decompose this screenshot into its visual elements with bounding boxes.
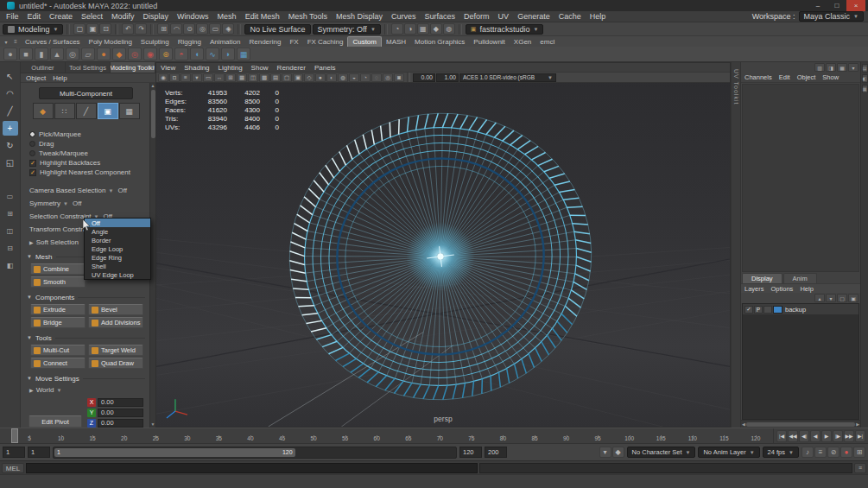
layer-action-icon[interactable]: ▢ (837, 294, 847, 302)
axis-orientation-row[interactable]: ▶ World ▼ (23, 384, 149, 396)
layout-preset-icon[interactable]: ▭ (3, 189, 18, 204)
menu-item[interactable]: Generate (513, 11, 554, 22)
playback-option-icon[interactable]: ⊞ (853, 447, 865, 458)
exposure-field[interactable]: 0.00 (413, 73, 435, 82)
menu-option[interactable]: UV Edge Loop (85, 270, 150, 279)
menu-option[interactable]: Edge Loop (85, 244, 150, 253)
keying-icon[interactable]: ◆ (612, 447, 624, 458)
shelf-tab[interactable]: emcl (535, 36, 559, 47)
layout-preset-icon[interactable]: ◫ (3, 224, 18, 238)
menu-item[interactable]: Help (796, 284, 816, 293)
status-icon[interactable]: ⊙ (183, 23, 195, 35)
shelf-tab[interactable]: MASH (382, 36, 410, 47)
character-set-selector[interactable]: No Character Set ▼ (627, 447, 696, 458)
transport-button[interactable]: ◀◀ (788, 430, 798, 442)
shelf-tool-icon[interactable]: ◎ (66, 48, 79, 60)
status-icon[interactable]: ▦ (417, 23, 429, 35)
panel-tab[interactable]: Modeling Toolkit (111, 62, 155, 73)
viewport-icon[interactable]: ◍ (338, 73, 348, 82)
shelf-tab[interactable]: Curves / Surfaces (21, 36, 85, 47)
component-mode-icon[interactable]: ◆ (33, 103, 54, 119)
playback-option-icon[interactable]: ⊘ (827, 447, 839, 458)
layer-display-type-toggle[interactable] (763, 306, 772, 314)
panel-toggle-icon[interactable]: ▥ (814, 63, 825, 72)
playback-start-field[interactable]: 1 (28, 447, 50, 458)
panel-toggle-icon[interactable]: ◨ (826, 63, 836, 72)
mel-toggle-button[interactable]: MEL (2, 463, 24, 473)
transport-button[interactable]: |◀ (776, 430, 787, 442)
transport-button[interactable]: ◀ (810, 430, 820, 442)
viewport-icon[interactable]: ▾ (192, 73, 202, 82)
status-icon[interactable]: ↶ (122, 23, 134, 35)
shelf-tab[interactable]: Rigging (174, 36, 206, 47)
transport-button[interactable]: ◀| (799, 430, 809, 442)
status-icon[interactable]: ◆ (430, 23, 442, 35)
panel-toggle-icon[interactable]: ▦ (837, 63, 847, 72)
viewport-icon[interactable]: ◌ (371, 73, 382, 82)
radio-option[interactable]: Pick/Marquee (23, 130, 149, 139)
playback-option-icon[interactable]: ● (840, 447, 852, 458)
sidebar-tab-icon[interactable]: ◧ (862, 74, 868, 83)
viewport-icon[interactable]: ▢ (282, 73, 292, 82)
shelf-tool-icon[interactable]: ▱ (81, 48, 95, 60)
keying-icon[interactable]: ▾ (599, 447, 611, 458)
layer-row[interactable]: ✓ P backup (743, 304, 858, 314)
toolkit-button[interactable]: Multi-Cut (30, 345, 86, 356)
uv-toolkit-strip[interactable]: UV Toolkit (731, 62, 741, 428)
status-icon[interactable]: ⊞ (157, 23, 169, 35)
layer-editor-tab[interactable]: Display (742, 273, 782, 283)
menu-item[interactable]: Layers (741, 284, 768, 293)
range-slider-track[interactable]: 1 120 (53, 447, 457, 459)
tool-icon[interactable]: + (3, 121, 18, 136)
menu-item[interactable]: Help (586, 11, 611, 22)
shelf-tab[interactable]: FX (285, 36, 302, 47)
move-settings-section-header[interactable]: ▼ Move Settings (23, 372, 149, 384)
menu-item[interactable]: Renderer (273, 63, 310, 72)
toolkit-button[interactable]: Add Divisions (88, 317, 143, 328)
shelf-tool-icon[interactable]: ∿ (206, 48, 219, 60)
shelf-tool-icon[interactable]: ◉ (143, 48, 157, 60)
shelf-tab[interactable]: Rendering (244, 36, 285, 47)
axis-value-field[interactable]: 0.00 (98, 409, 143, 417)
fps-selector[interactable]: 24 fps ▼ (763, 447, 799, 458)
tool-icon[interactable]: ◠ (3, 86, 18, 101)
toolkit-button[interactable]: Bevel (88, 304, 143, 315)
radio-option[interactable]: Drag (23, 139, 149, 149)
scroll-down-icon[interactable]: ▼ (151, 421, 155, 428)
tool-icon[interactable]: ↖ (3, 69, 18, 84)
menu-option[interactable]: Shell (85, 262, 150, 270)
component-mode-icon[interactable]: ▣ (98, 103, 118, 119)
menu-item[interactable]: Display (139, 11, 174, 22)
menu-option[interactable]: Off (85, 219, 150, 227)
viewport-icon[interactable]: ◘ (169, 73, 180, 82)
menu-item[interactable]: Mesh (213, 11, 241, 22)
checkbox-option[interactable]: ✓ Highlight Backfaces (23, 158, 149, 168)
shelf-tab[interactable]: Motion Graphics (410, 36, 469, 47)
colorspace-selector[interactable]: ACES 1.0 SDR-video (sRGB ▼ (459, 73, 556, 82)
sidebar-tab-icon[interactable]: ▦ (862, 85, 868, 93)
tool-icon[interactable]: ↻ (3, 138, 18, 153)
tool-icon[interactable]: ◱ (3, 155, 18, 170)
menu-item[interactable]: Mesh Display (332, 11, 387, 22)
viewport-canvas[interactable]: Verts: 41953 4202 0 Edges: 83560 8500 0 … (156, 83, 730, 427)
shelf-tab[interactable]: Custom (347, 36, 382, 47)
menu-item[interactable]: Mesh Tools (284, 11, 332, 22)
tool-icon[interactable]: ╱ (3, 104, 18, 118)
multi-component-button[interactable]: Multi-Component (39, 87, 133, 99)
component-mode-icon[interactable]: ▦ (119, 103, 140, 119)
viewport-icon[interactable]: ◎ (383, 73, 393, 82)
viewport-icon[interactable]: ◐ (326, 73, 337, 82)
menu-item[interactable]: Show (247, 63, 273, 72)
layer-color-swatch[interactable] (773, 306, 782, 314)
panel-tab[interactable]: Outliner (21, 62, 66, 73)
animation-end-field[interactable]: 200 (485, 447, 507, 458)
menu-item[interactable]: Cache (554, 11, 586, 22)
shelf-tool-icon[interactable]: ▦ (237, 48, 250, 60)
menu-item[interactable]: Surfaces (421, 11, 460, 22)
minimize-button[interactable]: – (808, 0, 827, 11)
menu-option[interactable]: Border (85, 236, 150, 244)
shelf-tab[interactable]: Poly Modeling (85, 36, 136, 47)
axis-value-field[interactable]: 0.00 (98, 398, 143, 407)
viewport-icon[interactable]: ▭ (203, 73, 213, 82)
shelf-tab[interactable]: XGen (510, 36, 535, 47)
